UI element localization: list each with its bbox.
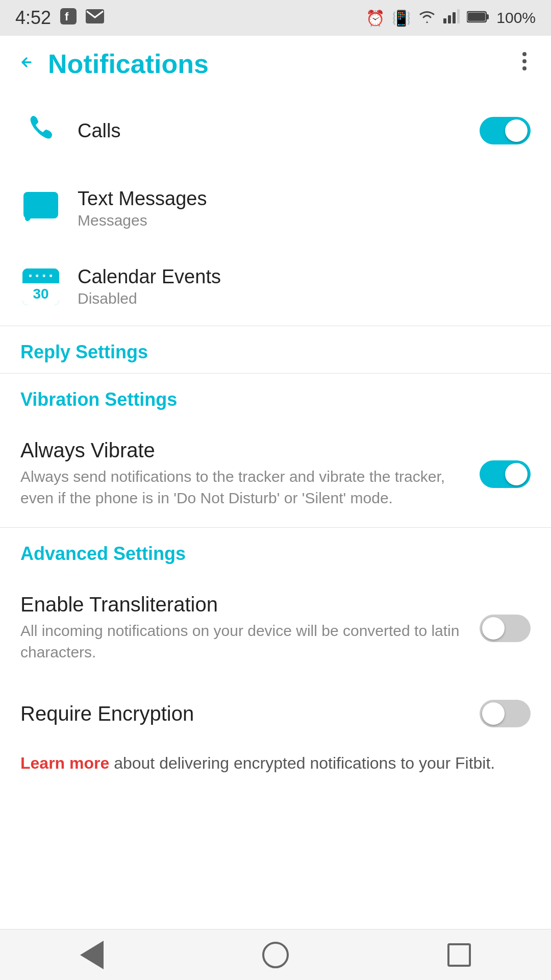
status-bar: 4:52 f ⏰ 📳 100% (0, 0, 551, 36)
status-left: 4:52 f (15, 7, 104, 29)
text-messages-item: Text Messages Messages (0, 169, 551, 248)
text-messages-text: Text Messages Messages (78, 188, 531, 229)
page-title: Notifications (48, 48, 513, 79)
wifi-icon (418, 9, 436, 28)
svg-point-12 (522, 66, 527, 70)
app-bar: Notifications (0, 36, 551, 92)
content: Calls Text Messages Messages ▪ ▪ ▪ ▪ 30 (0, 92, 551, 852)
calendar-events-text: Calendar Events Disabled (78, 266, 531, 307)
always-vibrate-text: Always Vibrate Always send notifications… (20, 439, 480, 509)
svg-rect-5 (453, 12, 456, 23)
enable-transliteration-toggle[interactable] (480, 615, 531, 642)
require-encryption-toggle-knob (482, 702, 505, 725)
enable-transliteration-toggle-knob (482, 617, 505, 640)
battery-percent: 100% (496, 9, 536, 27)
svg-rect-2 (86, 9, 104, 23)
status-time: 4:52 (15, 7, 51, 29)
always-vibrate-item: Always Vibrate Always send notifications… (0, 421, 551, 527)
calls-icon-wrap (20, 110, 61, 151)
facebook-icon: f (60, 8, 77, 28)
calls-text: Calls (78, 120, 480, 142)
svg-rect-9 (486, 14, 489, 19)
back-button[interactable] (15, 50, 36, 78)
status-right: ⏰ 📳 100% (366, 9, 536, 28)
calls-toggle-knob (505, 119, 528, 142)
always-vibrate-title: Always Vibrate (20, 439, 464, 462)
calls-title: Calls (78, 120, 480, 142)
encryption-note: Learn more about delivering encrypted no… (0, 746, 551, 796)
learn-more-link[interactable]: Learn more (20, 754, 109, 772)
enable-transliteration-item: Enable Transliteration All incoming noti… (0, 575, 551, 681)
always-vibrate-toggle[interactable] (480, 460, 531, 488)
calendar-events-title: Calendar Events (78, 266, 531, 288)
phone-icon (26, 112, 56, 150)
always-vibrate-desc: Always send notifications to the tracker… (20, 466, 464, 509)
back-icon (80, 941, 104, 969)
require-encryption-item: Require Encryption (0, 681, 551, 746)
svg-rect-6 (457, 9, 460, 23)
gmail-icon (86, 9, 104, 27)
require-encryption-toggle[interactable] (480, 700, 531, 727)
calls-item: Calls (0, 92, 551, 169)
reply-settings-header: Reply Settings (0, 326, 551, 373)
nav-recent-button[interactable] (444, 940, 474, 970)
advanced-settings-header: Advanced Settings (0, 528, 551, 575)
svg-rect-4 (448, 15, 451, 23)
calendar-events-subtitle: Disabled (78, 290, 531, 307)
svg-rect-8 (468, 13, 485, 21)
encryption-note-text: about delivering encrypted notifications… (109, 754, 495, 772)
svg-text:f: f (65, 10, 69, 23)
text-messages-icon-wrap (20, 188, 61, 229)
calendar-events-icon-wrap: ▪ ▪ ▪ ▪ 30 (20, 266, 61, 307)
nav-home-button[interactable] (260, 940, 291, 970)
svg-rect-3 (443, 18, 446, 23)
text-messages-subtitle: Messages (78, 212, 531, 229)
enable-transliteration-title: Enable Transliteration (20, 593, 464, 616)
nav-back-button[interactable] (77, 940, 107, 970)
vibration-settings-header: Vibration Settings (0, 374, 551, 421)
calls-toggle[interactable] (480, 117, 531, 144)
enable-transliteration-desc: All incoming notifications on your devic… (20, 620, 464, 663)
recent-icon (447, 943, 471, 967)
home-icon (262, 942, 289, 968)
message-icon (22, 191, 59, 227)
more-options-button[interactable] (513, 50, 536, 78)
require-encryption-title: Require Encryption (20, 702, 464, 725)
always-vibrate-toggle-knob (505, 463, 528, 485)
enable-transliteration-text: Enable Transliteration All incoming noti… (20, 593, 480, 663)
bottom-nav (0, 929, 551, 980)
calendar-events-item: ▪ ▪ ▪ ▪ 30 Calendar Events Disabled (0, 248, 551, 326)
battery-icon (467, 9, 489, 27)
signal-icon (443, 9, 460, 27)
svg-point-10 (522, 52, 527, 56)
svg-point-11 (522, 59, 527, 63)
require-encryption-text: Require Encryption (20, 702, 480, 725)
vibrate-icon: 📳 (392, 9, 411, 27)
alarm-icon: ⏰ (366, 9, 385, 27)
text-messages-title: Text Messages (78, 188, 531, 210)
calendar-icon: ▪ ▪ ▪ ▪ 30 (22, 268, 59, 305)
